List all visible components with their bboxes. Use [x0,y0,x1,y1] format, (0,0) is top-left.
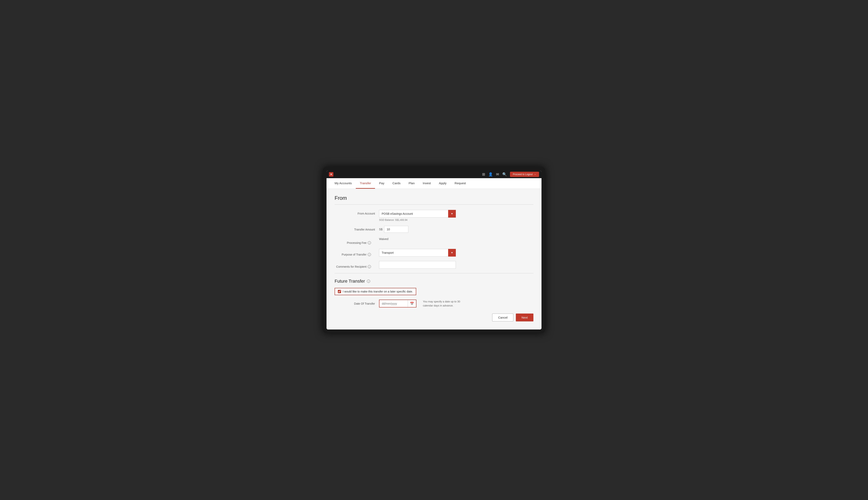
processing-fee-info-icon[interactable]: i [368,241,371,245]
transfer-amount-control: S$ [379,226,534,233]
amount-row: S$ [379,226,534,233]
comments-input[interactable] [379,261,456,269]
network-icon[interactable]: ⊞ [482,172,485,177]
purpose-info-icon[interactable]: i [368,253,371,256]
mail-icon[interactable]: ✉ [496,172,499,177]
close-button[interactable]: ✕ [329,172,333,177]
calendar-icon-button[interactable]: 📅 [408,300,416,307]
from-section-title: From [334,195,534,201]
nav-item-apply[interactable]: Apply [435,178,450,189]
date-label: Date Of Transfer [334,302,379,305]
screen-frame: ✕ ⊞ 👤 ✉ 🔍 Proceed to Logout → My Account… [323,167,545,333]
purpose-control: Transport [379,249,534,257]
future-transfer-checkbox-row: I would like to make this transfer on a … [334,288,534,295]
from-account-select[interactable]: POSB eSavings Account [379,210,456,218]
processing-fee-row: Processing Fee i Waived [334,237,534,245]
nav-item-plan[interactable]: Plan [404,178,419,189]
processing-fee-waived: Waived [379,235,388,241]
nav-item-invest[interactable]: Invest [419,178,435,189]
comments-info-icon[interactable]: i [368,265,371,268]
from-account-label: From Account [334,210,379,215]
transfer-amount-input[interactable] [384,226,408,233]
section-divider [334,204,534,205]
currency-prefix: S$ [379,228,382,231]
nav-item-cards[interactable]: Cards [388,178,404,189]
next-button[interactable]: Next [516,314,534,321]
top-bar: ✕ ⊞ 👤 ✉ 🔍 Proceed to Logout → [327,171,541,178]
future-transfer-title: Future Transfer i [334,279,534,284]
profile-icon[interactable]: 👤 [488,172,493,177]
from-account-control: POSB eSavings Account SGD Balance: S$1,4… [379,210,534,221]
date-input-wrapper: 📅 [379,299,416,307]
future-transfer-checkbox-wrapper[interactable]: I would like to make this transfer on a … [334,288,416,295]
future-transfer-checkbox[interactable] [338,290,341,293]
date-input[interactable] [379,300,408,307]
purpose-label: Purpose of Transfer [342,253,366,256]
search-icon[interactable]: 🔍 [502,172,507,177]
content-area: From From Account POSB eSavings Account … [327,189,541,329]
processing-fee-value: Waived [379,237,534,241]
cancel-button[interactable]: Cancel [492,314,513,321]
nav-bar: My Accounts Transfer Pay Cards Plan Inve… [327,178,541,189]
transfer-amount-label: Transfer Amount [334,226,379,231]
comments-label-wrapper: Comments for Recipient i [334,261,379,268]
comments-row: Comments for Recipient i [334,261,534,269]
nav-item-my-accounts[interactable]: My Accounts [331,178,356,189]
comments-control [379,261,534,269]
nav-item-transfer[interactable]: Transfer [356,178,375,189]
future-transfer-info-icon[interactable]: i [367,280,370,283]
logout-arrow-icon: → [534,173,536,176]
date-of-transfer-row: Date Of Transfer 📅 You may specify a dat… [334,299,534,307]
button-row: Cancel Next [334,314,534,321]
comments-label: Comments for Recipient [336,265,366,268]
future-transfer-checkbox-label: I would like to make this transfer on a … [343,290,413,293]
purpose-select-wrapper: Transport [379,249,456,257]
date-input-area: 📅 You may specify a date up to 30 calend… [379,299,463,307]
nav-item-pay[interactable]: Pay [375,178,388,189]
top-bar-icons: ⊞ 👤 ✉ 🔍 Proceed to Logout → [482,172,539,177]
processing-fee-label: Processing Fee [347,241,366,245]
from-account-select-wrapper: POSB eSavings Account [379,210,456,218]
date-hint: You may specify a date up to 30 calendar… [423,299,463,307]
from-account-row: From Account POSB eSavings Account SGD B… [334,210,534,221]
nav-item-request[interactable]: Request [450,178,470,189]
purpose-select[interactable]: Transport [379,249,456,257]
purpose-label-wrapper: Purpose of Transfer i [334,249,379,256]
transfer-amount-row: Transfer Amount S$ [334,226,534,233]
processing-fee-label-wrapper: Processing Fee i [334,237,379,245]
logout-button[interactable]: Proceed to Logout → [510,172,539,177]
purpose-row: Purpose of Transfer i Transport [334,249,534,257]
future-section-divider [334,273,534,273]
balance-text: SGD Balance: S$1,400.94 [379,219,534,221]
browser-window: ✕ ⊞ 👤 ✉ 🔍 Proceed to Logout → My Account… [327,171,541,329]
